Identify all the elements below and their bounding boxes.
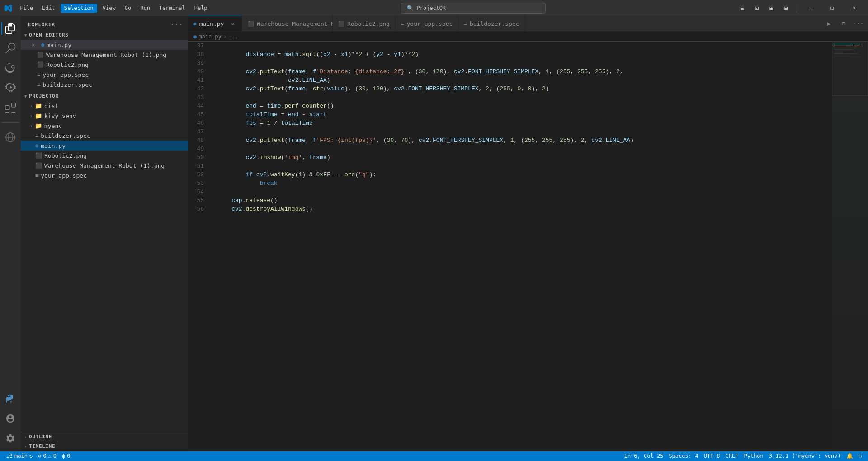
run-code-button[interactable]: ▶	[823, 17, 835, 30]
cursor-position[interactable]: Ln 6, Col 25	[622, 453, 666, 459]
git-branch-indicator[interactable]: ⎇ main ↻	[4, 453, 35, 459]
open-editors-chevron-icon: ▼	[24, 33, 27, 38]
code-content[interactable]: distance = math.sqrt((x2 - x1)**2 + (y2 …	[213, 42, 832, 451]
layout-icon: ⊟	[859, 453, 862, 459]
errors-count: 0	[43, 453, 46, 459]
tab-actions: ▶ ⊟ ···	[823, 16, 868, 31]
folder-dist[interactable]: › 📁 dist	[21, 101, 188, 111]
tab-bar: ● main.py ✕ ⬛ Warehouse Management Robot…	[188, 16, 868, 32]
code-line-42: cv2.putText(frame, str(value), (30, 120)…	[213, 85, 832, 93]
file-icon-spec: ≡	[35, 132, 38, 139]
file-warehouse[interactable]: ⬛ Warehouse Management Robot (1).png	[21, 160, 188, 170]
close-icon[interactable]: ✕	[32, 42, 39, 48]
code-line-39	[213, 59, 832, 67]
open-editor-yourappspec[interactable]: ≡ your_app.spec	[21, 70, 188, 80]
close-button[interactable]: ✕	[844, 0, 864, 16]
indentation-indicator[interactable]: Spaces: 4	[666, 453, 701, 459]
timeline-chevron-icon: ›	[24, 444, 27, 449]
activity-search[interactable]	[1, 39, 19, 57]
open-editor-mainpy-label: main.py	[47, 42, 71, 48]
git-branch-icon: ⎇	[6, 453, 13, 459]
projectqr-header[interactable]: ▼ PROJECTQR	[21, 91, 188, 101]
sidebar-title: EXPLORER ···	[21, 16, 188, 30]
python-version-indicator[interactable]: 3.12.1 ('myenv': venv)	[766, 453, 844, 459]
maximize-button[interactable]: □	[822, 0, 842, 16]
encoding-indicator[interactable]: UTF-8	[701, 453, 722, 459]
open-editor-robotic2[interactable]: ⬛ Robotic2.png	[21, 60, 188, 70]
menu-run[interactable]: Run	[137, 4, 154, 13]
tab-buildozerspec[interactable]: ≡ buildozer.spec	[458, 16, 525, 31]
breadcrumb-more[interactable]: ...	[228, 33, 238, 40]
activity-accounts[interactable]	[1, 409, 19, 428]
folder-icon: 📁	[35, 103, 42, 109]
activity-source-control[interactable]	[1, 59, 19, 77]
split-editor-button[interactable]: ⊟	[837, 17, 850, 30]
code-line-41: cv2.LINE_AA)	[213, 76, 832, 85]
layout-indicator[interactable]: ⊟	[856, 453, 864, 459]
more-actions-button[interactable]: ···	[852, 17, 864, 30]
search-box[interactable]: 🔍 ProjectQR	[401, 3, 546, 14]
warning-icon: ⚠	[48, 453, 52, 459]
activity-settings[interactable]	[1, 429, 19, 447]
open-editor-mainpy[interactable]: ✕ ● main.py	[21, 40, 188, 50]
menu-help[interactable]: Help	[191, 4, 211, 13]
sidebar-more-actions[interactable]: ···	[173, 20, 181, 28]
status-bar-right: Ln 6, Col 25 Spaces: 4 UTF-8 CRLF Python…	[622, 453, 864, 459]
error-icon: ⊗	[38, 453, 41, 459]
menu-view[interactable]: View	[99, 4, 119, 13]
notification-bell-icon: 🔔	[846, 453, 853, 459]
timeline-label: TIMELINE	[29, 443, 55, 449]
minimap[interactable]	[832, 42, 868, 451]
code-line-49	[213, 145, 832, 153]
sidebar-header-actions: ···	[173, 20, 181, 28]
code-line-56: cv2.destroyAllWindows()	[213, 205, 832, 213]
tab-mainpy-close[interactable]: ✕	[229, 20, 236, 28]
tab-mainpy[interactable]: ● main.py ✕	[188, 16, 242, 31]
folder-kivyvenv[interactable]: › 📁 kivy_venv	[21, 111, 188, 121]
live-share-indicator[interactable]: ϕ 0	[59, 453, 73, 459]
open-editor-warehouse[interactable]: ⬛ Warehouse Management Robot (1).png	[21, 50, 188, 60]
open-editor-buildozerspec[interactable]: ≡ buildozer.spec	[21, 80, 188, 89]
warnings-count: 0	[53, 453, 57, 459]
activity-remote-explorer[interactable]	[1, 128, 19, 146]
errors-indicator[interactable]: ⊗ 0 ⚠ 0	[35, 453, 59, 459]
line-ending-indicator[interactable]: CRLF	[723, 453, 741, 459]
live-share-count: 0	[67, 453, 70, 459]
breadcrumb-mainpy[interactable]: main.py	[198, 33, 222, 40]
open-editors-header[interactable]: ▼ OPEN EDITORS	[21, 30, 188, 40]
language-indicator[interactable]: Python	[741, 453, 766, 459]
panel-layout-icon[interactable]: ⊟	[736, 2, 749, 14]
notifications-indicator[interactable]: 🔔	[844, 453, 856, 459]
outline-section-header[interactable]: › OUTLINE	[21, 432, 188, 442]
file-mainpy[interactable]: ● main.py	[21, 141, 188, 151]
open-editors-label: OPEN EDITORS	[29, 32, 68, 38]
menu-edit[interactable]: Edit	[38, 4, 59, 13]
tab-robotic2[interactable]: ⬛ Robotic2.png	[333, 16, 396, 31]
editor-layout-icon[interactable]: ⊞	[765, 2, 778, 14]
cursor-position-label: Ln 6, Col 25	[624, 453, 664, 459]
file-icon-spec: ≡	[35, 172, 38, 179]
menu-selection[interactable]: Selection	[61, 4, 97, 13]
code-editor[interactable]: 37 38 39 40 41 42 43 44 45 46 47 48 49 5…	[188, 42, 868, 451]
code-line-40: cv2.putText(frame, f'Distance: {distance…	[213, 67, 832, 76]
tab-warehouse[interactable]: ⬛ Warehouse Management Robot (1).png	[242, 16, 333, 31]
minimize-button[interactable]: −	[800, 0, 820, 16]
tab-yourappspec[interactable]: ≡ your_app.spec	[396, 16, 458, 31]
file-yourappspec[interactable]: ≡ your_app.spec	[21, 170, 188, 180]
menu-terminal[interactable]: Terminal	[156, 4, 189, 13]
activity-bar	[0, 16, 21, 451]
activity-run-debug[interactable]	[1, 79, 19, 97]
folder-myenv[interactable]: › 📁 myenv	[21, 121, 188, 131]
file-robotic2[interactable]: ⬛ Robotic2.png	[21, 151, 188, 160]
title-search-area: 🔍 ProjectQR	[215, 3, 732, 14]
menu-file[interactable]: File	[16, 4, 37, 13]
file-buildozerspec[interactable]: ≡ buildozer.spec	[21, 131, 188, 141]
customize-layout-icon[interactable]: ⊟	[779, 2, 792, 14]
sidebar-layout-icon[interactable]: ⊡	[750, 2, 763, 14]
code-line-54	[213, 188, 832, 196]
activity-extensions[interactable]	[1, 99, 19, 117]
menu-go[interactable]: Go	[121, 4, 135, 13]
activity-python-icon[interactable]	[1, 390, 19, 408]
activity-explorer[interactable]	[1, 19, 19, 38]
timeline-section-header[interactable]: › TIMELINE	[21, 442, 188, 451]
